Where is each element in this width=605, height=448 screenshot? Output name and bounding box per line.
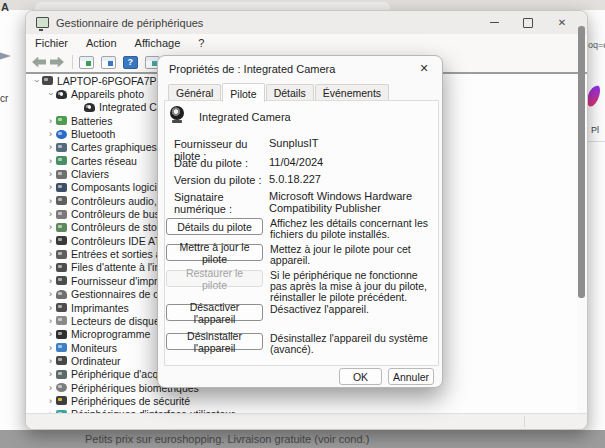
chevron-right-icon[interactable]: › (45, 262, 56, 272)
action-description: Désinstallez l'appareil du système (avan… (270, 333, 432, 355)
cancel-button[interactable]: Annuler (388, 368, 434, 385)
field-label: Version du pilote : (174, 174, 269, 186)
device-name: Integrated Camera (199, 111, 291, 123)
menu-bar: FichierActionAffichage? (26, 34, 587, 52)
chevron-right-icon[interactable]: › (45, 116, 56, 126)
export-icon[interactable] (101, 56, 116, 69)
tree-item-label: Claviers (71, 168, 109, 180)
close-icon[interactable] (545, 11, 579, 34)
webcam-icon (170, 106, 184, 120)
printer-icon (56, 303, 67, 312)
tree-item-label: Microprogramme (71, 328, 150, 340)
chevron-right-icon[interactable]: › (45, 156, 56, 166)
monitor-icon (56, 343, 67, 352)
tab-evenements[interactable]: Événements (315, 84, 389, 101)
tree-item-label: Batteries (71, 115, 112, 127)
device-manager-icon (36, 17, 49, 28)
software-icon (56, 183, 67, 192)
chevron-right-icon[interactable]: › (45, 316, 56, 326)
audio-icon (56, 196, 67, 205)
chevron-right-icon[interactable]: › (45, 276, 56, 286)
tree-item-label: Cartes réseau (71, 155, 137, 167)
action-description: Désactivez l'appareil. (270, 304, 432, 315)
chevron-right-icon[interactable]: › (45, 169, 56, 179)
chevron-right-icon[interactable]: › (45, 343, 56, 353)
menu-fichier[interactable]: Fichier (26, 37, 77, 49)
menu-affichage[interactable]: Affichage (126, 37, 190, 49)
tree-item-peripheriques-de-securite[interactable]: ›Périphériques de sécurité (27, 394, 577, 407)
field-value: 11/04/2024 (269, 157, 427, 169)
dialog-title: Propriétés de : Integrated Camera (169, 63, 335, 75)
field-row: Date du pilote :11/04/2024 (174, 157, 427, 169)
desactiver-l-appareil-button[interactable]: Désactiver l'appareil (166, 304, 263, 321)
desinstaller-l-appareil-button[interactable]: Désinstaller l'appareil (166, 333, 263, 350)
back-arrow-icon[interactable] (32, 57, 46, 68)
chevron-right-icon[interactable]: › (45, 329, 56, 339)
chevron-right-icon[interactable]: › (45, 383, 56, 393)
ide-icon (56, 236, 67, 245)
dialog-close-icon[interactable] (413, 59, 435, 77)
tree-item-label: Périphériques de sécurité (71, 395, 190, 407)
chevron-right-icon[interactable]: › (45, 182, 56, 192)
forward-arrow-icon[interactable] (50, 57, 64, 68)
tree-item-label: LAPTOP-6PGOFA7P (57, 75, 157, 87)
chevron-right-icon[interactable]: › (45, 369, 56, 379)
action-row: Désactiver l'appareilDésactivez l'appare… (166, 304, 434, 321)
background-text-fragment: A (1, 1, 9, 13)
battery-icon (56, 116, 67, 125)
tree-item-label: Ordinateur (71, 355, 121, 367)
background-browser-tabstrip (0, 0, 605, 10)
gpu-icon (56, 143, 67, 152)
background-browser-tab[interactable] (35, 2, 390, 10)
field-value: Microsoft Windows Hardware Compatibility… (269, 191, 427, 215)
tab-details[interactable]: Détails (266, 84, 314, 101)
chevron-down-icon[interactable]: › (32, 75, 42, 86)
chevron-right-icon[interactable]: › (45, 209, 56, 219)
chevron-right-icon[interactable]: › (45, 142, 56, 152)
play-arrow-icon (0, 50, 11, 62)
tree-item-label: Lecteurs de disque (71, 315, 160, 327)
tree-item-label: Imprimantes (71, 302, 129, 314)
biometric-icon (56, 383, 67, 392)
bluetooth-icon (56, 130, 67, 139)
menu-[interactable]: ? (189, 37, 213, 49)
dialog-tabs: GénéralPiloteDétailsÉvénements (168, 84, 390, 101)
tree-item-label: Appareils photo (71, 88, 144, 100)
toolbar-separator (72, 55, 73, 69)
chevron-right-icon[interactable]: › (45, 249, 56, 259)
tree-scrollbar[interactable] (578, 26, 585, 298)
ok-button[interactable]: OK (339, 368, 382, 385)
chevron-right-icon[interactable]: › (45, 356, 56, 366)
action-description: Mettez à jour le pilote pour cet apparei… (270, 244, 432, 266)
action-row: Restaurer le piloteSi le périphérique ne… (166, 270, 434, 303)
plug-icon (56, 290, 67, 299)
window-title: Gestionnaire de périphériques (56, 17, 203, 29)
chevron-right-icon[interactable]: › (45, 196, 56, 206)
menu-action[interactable]: Action (77, 37, 126, 49)
chevron-right-icon[interactable]: › (45, 396, 56, 406)
tab-pilote[interactable]: Pilote (222, 83, 264, 102)
window-titlebar[interactable]: Gestionnaire de périphériques (26, 11, 587, 34)
screen: A cr oq=e Pl Petits prix sur euroshoppin… (0, 0, 605, 448)
tab-general[interactable]: Général (168, 84, 221, 101)
printer-icon (56, 263, 67, 272)
page-ad-strip: Petits prix sur euroshopping. Livraison … (0, 430, 605, 448)
printer-icon (56, 276, 67, 285)
field-label: Signataire numérique : (174, 191, 269, 215)
details-du-pilote-button[interactable]: Détails du pilote (166, 218, 263, 235)
background-menu-label: Pl (591, 125, 599, 135)
minimize-icon[interactable] (477, 11, 511, 34)
chevron-right-icon[interactable]: › (45, 222, 56, 232)
help-icon[interactable] (123, 56, 138, 69)
chevron-right-icon[interactable]: › (45, 289, 56, 299)
maximize-icon[interactable] (511, 11, 545, 34)
action-description: Si le périphérique ne fonctionne pas apr… (270, 270, 432, 303)
field-label: Date du pilote : (174, 157, 269, 169)
chevron-right-icon[interactable]: › (45, 303, 56, 313)
chevron-right-icon[interactable]: › (45, 236, 56, 246)
mettre-a-jour-le-pilote-button[interactable]: Mettre à jour le pilote (166, 244, 263, 261)
chevron-down-icon[interactable]: › (46, 89, 56, 100)
chevron-right-icon[interactable]: › (45, 129, 56, 139)
firmware-icon (56, 330, 67, 339)
console-tree-icon[interactable] (79, 56, 94, 69)
